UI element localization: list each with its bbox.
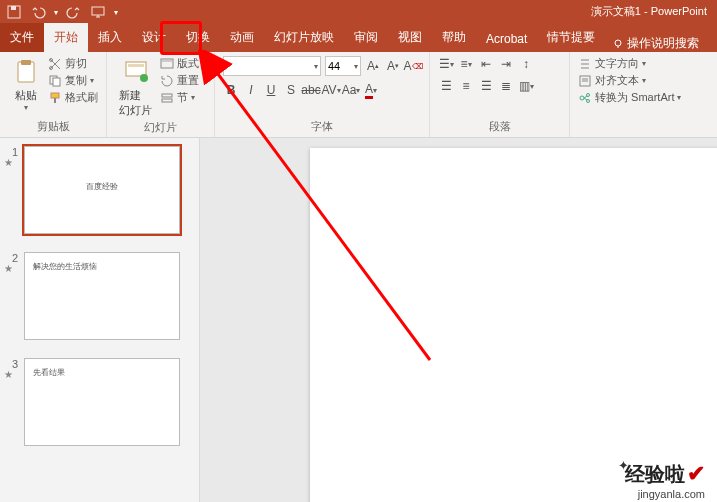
text-direction-button[interactable]: 文字方向▾ bbox=[578, 56, 681, 71]
indent-left-button[interactable]: ⇤ bbox=[478, 56, 494, 72]
undo-more-icon[interactable]: ▾ bbox=[54, 8, 58, 17]
scissors-icon bbox=[48, 57, 62, 71]
paste-button[interactable]: 粘贴 ▾ bbox=[8, 56, 44, 114]
brush-icon bbox=[48, 91, 62, 105]
bulb-icon bbox=[613, 39, 623, 49]
new-slide-button[interactable]: 新建 幻灯片 bbox=[115, 56, 156, 120]
slide-thumbnails-pane: 1★ 百度经验 2★ 解决您的生活烦恼 3★ 先看结果 bbox=[0, 138, 200, 502]
paste-icon bbox=[12, 58, 40, 86]
svg-point-13 bbox=[140, 74, 148, 82]
slide[interactable]: 百度 单击此处 bbox=[310, 148, 717, 502]
underline-button[interactable]: U bbox=[263, 82, 279, 98]
shadow-button[interactable]: S bbox=[283, 82, 299, 98]
chevron-down-icon: ▾ bbox=[24, 103, 28, 112]
annotation-highlight-box bbox=[160, 21, 202, 55]
svg-point-3 bbox=[615, 40, 621, 46]
watermark: 经验啦✔ bbox=[625, 461, 705, 488]
new-slide-label: 新建 幻灯片 bbox=[119, 88, 152, 118]
undo-icon[interactable] bbox=[30, 4, 46, 20]
redo-icon[interactable] bbox=[66, 4, 82, 20]
bold-button[interactable]: B bbox=[223, 82, 239, 98]
thumbnail-slide[interactable]: 先看结果 bbox=[24, 358, 180, 446]
text-direction-icon bbox=[578, 57, 592, 71]
numbering-button[interactable]: ≡▾ bbox=[458, 56, 474, 72]
save-icon[interactable] bbox=[6, 4, 22, 20]
font-color-button[interactable]: A▾ bbox=[363, 82, 379, 98]
svg-rect-5 bbox=[21, 60, 31, 65]
font-name-combo[interactable]: ▾ bbox=[223, 56, 321, 76]
indent-right-button[interactable]: ⇥ bbox=[498, 56, 514, 72]
thumbnail-1[interactable]: 1★ 百度经验 bbox=[4, 146, 195, 234]
decrease-font-icon[interactable]: A▾ bbox=[385, 58, 401, 74]
reset-button[interactable]: 重置 bbox=[160, 73, 206, 88]
align-center-button[interactable]: ≡ bbox=[458, 78, 474, 94]
svg-rect-10 bbox=[51, 93, 59, 98]
align-right-button[interactable]: ☰ bbox=[478, 78, 494, 94]
slide-canvas-area[interactable]: 百度 单击此处 ✦ bbox=[200, 138, 717, 502]
smartart-icon bbox=[578, 91, 592, 105]
smartart-button[interactable]: 转换为 SmartArt▾ bbox=[578, 90, 681, 105]
copy-button[interactable]: 复制▾ bbox=[48, 73, 98, 88]
tab-slideshow[interactable]: 幻灯片放映 bbox=[264, 23, 344, 52]
tab-file[interactable]: 文件 bbox=[0, 23, 44, 52]
columns-button[interactable]: ▥▾ bbox=[518, 78, 534, 94]
svg-rect-9 bbox=[53, 78, 60, 86]
window-title: 演示文稿1 - PowerPoint bbox=[591, 4, 707, 19]
ribbon: 粘贴 ▾ 剪切 复制▾ 格式刷 剪贴板 新建 幻灯片 版式▾ 重置 节▾ 幻灯片 bbox=[0, 52, 717, 138]
checkmark-icon: ✔ bbox=[687, 461, 705, 487]
svg-rect-17 bbox=[162, 99, 172, 102]
layout-icon bbox=[160, 57, 174, 71]
group-paragraph-extra: 文字方向▾ 对齐文本▾ 转换为 SmartArt▾ bbox=[570, 52, 689, 137]
slideshow-start-icon[interactable] bbox=[90, 4, 106, 20]
workspace: 1★ 百度经验 2★ 解决您的生活烦恼 3★ 先看结果 百度 单击此处 ✦ bbox=[0, 138, 717, 502]
group-paragraph: ☰▾ ≡▾ ⇤ ⇥ ↕ ☰ ≡ ☰ ≣ ▥▾ 段落 bbox=[430, 52, 570, 137]
thumbnail-2[interactable]: 2★ 解决您的生活烦恼 bbox=[4, 252, 195, 340]
group-slides: 新建 幻灯片 版式▾ 重置 节▾ 幻灯片 bbox=[107, 52, 215, 137]
chevron-down-icon: ▾ bbox=[354, 62, 358, 71]
strike-button[interactable]: abc bbox=[303, 82, 319, 98]
thumbnail-slide[interactable]: 百度经验 bbox=[24, 146, 180, 234]
bullets-button[interactable]: ☰▾ bbox=[438, 56, 454, 72]
group-clipboard: 粘贴 ▾ 剪切 复制▾ 格式刷 剪贴板 bbox=[0, 52, 107, 137]
tab-animations[interactable]: 动画 bbox=[220, 23, 264, 52]
tab-home[interactable]: 开始 bbox=[44, 23, 88, 52]
increase-font-icon[interactable]: A▴ bbox=[365, 58, 381, 74]
svg-rect-15 bbox=[162, 60, 172, 62]
qat-more-icon[interactable]: ▾ bbox=[114, 8, 118, 17]
section-icon bbox=[160, 91, 174, 105]
tell-me-search[interactable]: 操作说明搜索 bbox=[605, 35, 707, 52]
animation-star-icon: ★ bbox=[4, 158, 18, 168]
tab-insert[interactable]: 插入 bbox=[88, 23, 132, 52]
format-painter-button[interactable]: 格式刷 bbox=[48, 90, 98, 105]
thumbnail-3[interactable]: 3★ 先看结果 bbox=[4, 358, 195, 446]
tab-acrobat[interactable]: Acrobat bbox=[476, 26, 537, 52]
paste-label: 粘贴 bbox=[15, 88, 37, 103]
layout-button[interactable]: 版式▾ bbox=[160, 56, 206, 71]
change-case-button[interactable]: Aa▾ bbox=[343, 82, 359, 98]
char-spacing-button[interactable]: AV▾ bbox=[323, 82, 339, 98]
copy-icon bbox=[48, 74, 62, 88]
tab-view[interactable]: 视图 bbox=[388, 23, 432, 52]
cut-button[interactable]: 剪切 bbox=[48, 56, 98, 71]
align-text-icon bbox=[578, 74, 592, 88]
tab-review[interactable]: 审阅 bbox=[344, 23, 388, 52]
group-font: ▾ 44▾ A▴ A▾ A⌫ B I U S abc AV▾ Aa▾ A▾ 字体 bbox=[215, 52, 430, 137]
line-spacing-button[interactable]: ↕ bbox=[518, 56, 534, 72]
justify-button[interactable]: ≣ bbox=[498, 78, 514, 94]
tab-help[interactable]: 帮助 bbox=[432, 23, 476, 52]
font-size-combo[interactable]: 44▾ bbox=[325, 56, 361, 76]
italic-button[interactable]: I bbox=[243, 82, 259, 98]
ribbon-tabs: 文件 开始 插入 设计 切换 动画 幻灯片放映 审阅 视图 帮助 Acrobat… bbox=[0, 24, 717, 52]
animation-star-icon: ★ bbox=[4, 370, 18, 380]
clipboard-group-label: 剪贴板 bbox=[8, 119, 98, 135]
align-left-button[interactable]: ☰ bbox=[438, 78, 454, 94]
animation-star-icon: ★ bbox=[4, 264, 18, 274]
reset-icon bbox=[160, 74, 174, 88]
tab-storyline[interactable]: 情节提要 bbox=[537, 23, 605, 52]
section-button[interactable]: 节▾ bbox=[160, 90, 206, 105]
thumbnail-slide[interactable]: 解决您的生活烦恼 bbox=[24, 252, 180, 340]
svg-rect-2 bbox=[92, 7, 104, 15]
clear-formatting-icon[interactable]: A⌫ bbox=[405, 58, 421, 74]
font-group-label: 字体 bbox=[223, 119, 421, 135]
align-text-button[interactable]: 对齐文本▾ bbox=[578, 73, 681, 88]
